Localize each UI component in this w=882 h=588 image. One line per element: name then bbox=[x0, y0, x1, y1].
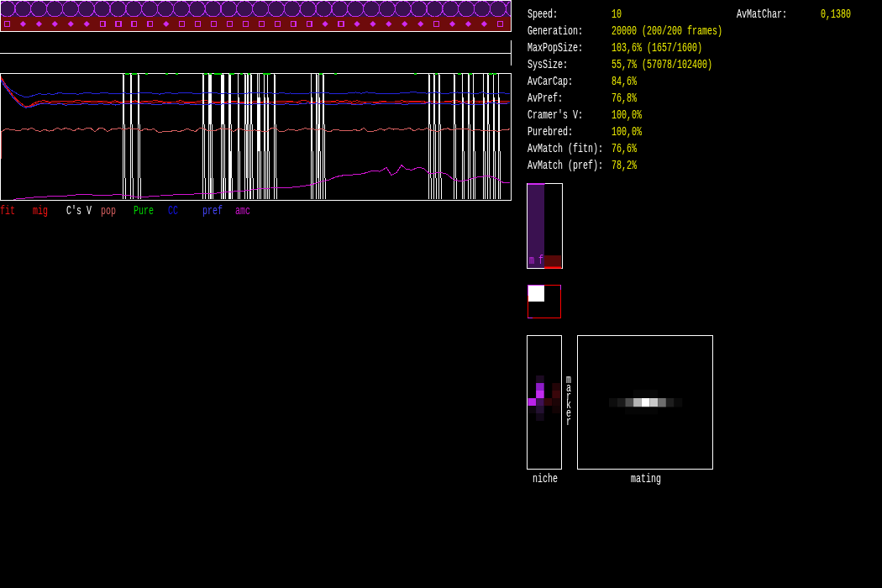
svg-text:SysSize:: SysSize: bbox=[528, 58, 568, 72]
svg-text:C's V: C's V bbox=[66, 204, 92, 218]
svg-text:mig: mig bbox=[33, 204, 48, 218]
svg-text:Speed:: Speed: bbox=[528, 8, 558, 22]
svg-text:AvCarCap:: AvCarCap: bbox=[528, 75, 573, 89]
svg-text:20000 (200/200 frames): 20000 (200/200 frames) bbox=[612, 24, 722, 39]
svg-text:Cramer's V:: Cramer's V: bbox=[528, 108, 583, 123]
svg-text:CC: CC bbox=[168, 204, 178, 218]
svg-text:pref: pref bbox=[202, 204, 223, 218]
svg-text:78,2%: 78,2% bbox=[612, 159, 638, 173]
svg-text:Generation:: Generation: bbox=[528, 24, 583, 39]
svg-text:pop: pop bbox=[101, 204, 116, 218]
svg-text:MaxPopSize:: MaxPopSize: bbox=[528, 41, 583, 55]
svg-text:103,6% (1657/1600): 103,6% (1657/1600) bbox=[612, 41, 702, 55]
svg-text:0,1380: 0,1380 bbox=[821, 8, 851, 22]
svg-text:fit: fit bbox=[0, 204, 15, 218]
svg-text:Pure: Pure bbox=[134, 204, 154, 218]
svg-text:100,0%: 100,0% bbox=[612, 108, 643, 123]
svg-text:AvMatch (fitn):: AvMatch (fitn): bbox=[528, 142, 603, 156]
svg-text:Purebred:: Purebred: bbox=[528, 125, 573, 139]
svg-text:AvMatChar:: AvMatChar: bbox=[737, 8, 787, 22]
svg-text:76,6%: 76,6% bbox=[612, 142, 638, 156]
svg-text:AvMatch (pref):: AvMatch (pref): bbox=[528, 159, 603, 173]
svg-text:84,6%: 84,6% bbox=[612, 75, 638, 89]
svg-text:f: f bbox=[538, 254, 543, 268]
svg-text:m: m bbox=[529, 254, 534, 268]
svg-text:76,8%: 76,8% bbox=[612, 92, 638, 106]
svg-text:10: 10 bbox=[612, 8, 622, 22]
svg-text:AvPref:: AvPref: bbox=[528, 92, 563, 106]
svg-text:r: r bbox=[566, 415, 571, 429]
svg-text:55,7% (57078/102400): 55,7% (57078/102400) bbox=[612, 58, 712, 72]
svg-text:100,0%: 100,0% bbox=[612, 125, 643, 139]
svg-text:niche: niche bbox=[533, 472, 558, 486]
svg-text:amc: amc bbox=[235, 204, 250, 218]
svg-text:mating: mating bbox=[631, 472, 661, 486]
